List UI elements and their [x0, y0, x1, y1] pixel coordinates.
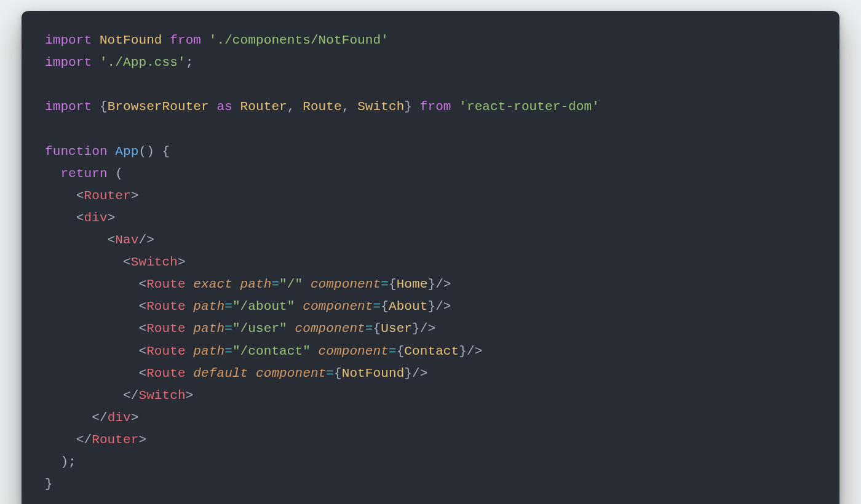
- jsx-tag-route: Route: [146, 366, 186, 380]
- brace-close: }: [404, 100, 412, 114]
- semicolon: ;: [186, 55, 194, 69]
- jsx-tag-route: Route: [146, 321, 186, 336]
- identifier-route: Route: [303, 100, 342, 114]
- angle-close: >: [131, 411, 139, 425]
- brace-close: }: [427, 277, 435, 291]
- angle-open: <: [138, 344, 146, 358]
- angle-close: >: [178, 255, 186, 269]
- paren-close: ): [60, 455, 68, 469]
- brace-open: {: [381, 299, 389, 313]
- jsx-tag-route: Route: [146, 277, 186, 291]
- jsx-close-switch: Switch: [138, 388, 185, 403]
- string-import-path: './components/NotFound': [209, 33, 389, 47]
- string-package: 'react-router-dom': [459, 100, 600, 114]
- identifier-browserrouter: BrowserRouter: [108, 100, 209, 114]
- code-card: import NotFound from './components/NotFo…: [22, 11, 839, 504]
- jsx-attr-component: component: [256, 366, 326, 380]
- self-close: />: [420, 321, 435, 336]
- angle-open: <: [76, 189, 84, 203]
- angle-close: >: [131, 189, 139, 203]
- identifier-router-alias: Router: [240, 100, 287, 114]
- keyword-from: from: [170, 33, 201, 47]
- keyword-return: return: [60, 167, 107, 181]
- jsx-close-div: div: [108, 411, 131, 425]
- function-name-app: App: [115, 144, 138, 159]
- angle-open: <: [123, 255, 131, 269]
- keyword-as: as: [216, 100, 232, 114]
- jsx-attr-path: path: [193, 299, 224, 313]
- string-path-user: "/user": [232, 321, 287, 336]
- comma: ,: [342, 100, 350, 114]
- brace-open: {: [389, 277, 397, 291]
- code-block: import NotFound from './components/NotFo…: [45, 30, 816, 495]
- brace-open: {: [334, 366, 342, 380]
- angle-open: <: [138, 366, 146, 380]
- jsx-tag-switch: Switch: [131, 255, 178, 269]
- self-close: />: [138, 233, 154, 247]
- string-path-about: "/about": [232, 299, 295, 313]
- jsx-attr-path: path: [193, 344, 224, 358]
- angle-open: <: [138, 299, 146, 313]
- jsx-tag-route: Route: [146, 299, 186, 313]
- identifier-notfound: NotFound: [100, 33, 162, 47]
- brace-close: }: [404, 366, 412, 380]
- jsx-attr-component: component: [319, 344, 389, 358]
- angle-open: <: [76, 211, 84, 225]
- angle-close: >: [108, 211, 116, 225]
- slash: /: [100, 411, 108, 425]
- slash: /: [84, 433, 92, 447]
- keyword-import: import: [45, 100, 92, 114]
- component-user: User: [381, 321, 412, 336]
- brace-close: }: [427, 299, 435, 313]
- string-path-root: "/": [279, 277, 303, 291]
- brace-open: {: [100, 100, 108, 114]
- keyword-import: import: [45, 33, 92, 47]
- brace-open: {: [162, 144, 170, 159]
- angle-open: <: [76, 433, 84, 447]
- equals: =: [271, 277, 279, 291]
- slash: /: [131, 388, 139, 403]
- angle-open: <: [138, 277, 146, 291]
- component-about: About: [389, 299, 428, 313]
- brace-open: {: [373, 321, 381, 336]
- jsx-tag-router: Router: [84, 189, 131, 203]
- self-close: />: [435, 299, 451, 313]
- equals: =: [224, 344, 232, 358]
- equals: =: [365, 321, 373, 336]
- jsx-tag-route: Route: [146, 344, 186, 358]
- jsx-attr-component: component: [311, 277, 381, 291]
- brace-close: }: [412, 321, 420, 336]
- jsx-close-router: Router: [92, 433, 138, 447]
- jsx-attr-default: default: [193, 366, 248, 380]
- angle-close: >: [186, 388, 194, 403]
- keyword-import: import: [45, 55, 92, 69]
- self-close: />: [412, 366, 427, 380]
- angle-open: <: [138, 321, 146, 336]
- equals: =: [389, 344, 397, 358]
- equals: =: [224, 299, 232, 313]
- comma: ,: [287, 100, 295, 114]
- equals: =: [224, 321, 232, 336]
- angle-open: <: [108, 233, 116, 247]
- jsx-tag-div: div: [84, 211, 108, 225]
- string-path-contact: "/contact": [232, 344, 311, 358]
- paren-open: (: [115, 167, 123, 181]
- equals: =: [326, 366, 334, 380]
- jsx-attr-path: path: [193, 321, 224, 336]
- semicolon: ;: [68, 455, 76, 469]
- paren-open: (: [138, 144, 146, 159]
- brace-close: }: [459, 344, 467, 358]
- string-css-path: './App.css': [100, 55, 186, 69]
- component-notfound: NotFound: [342, 366, 405, 380]
- self-close: />: [467, 344, 482, 358]
- keyword-function: function: [45, 144, 108, 159]
- self-close: />: [435, 277, 451, 291]
- component-contact: Contact: [404, 344, 459, 358]
- jsx-attr-component: component: [295, 321, 365, 336]
- angle-close: >: [138, 433, 146, 447]
- jsx-attr-path: path: [240, 277, 272, 291]
- equals: =: [381, 277, 389, 291]
- angle-open: <: [123, 388, 131, 403]
- keyword-from: from: [420, 100, 451, 114]
- equals: =: [373, 299, 381, 313]
